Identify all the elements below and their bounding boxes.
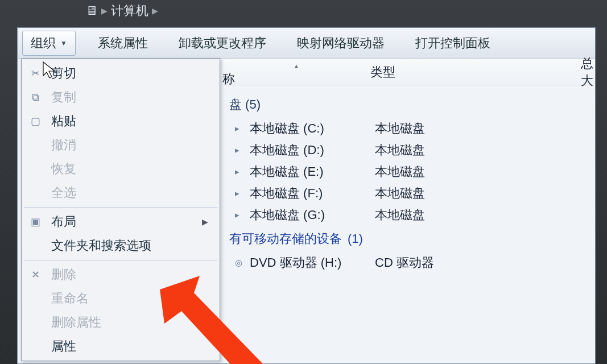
drive-name: 本地磁盘 (C:) xyxy=(250,120,375,137)
group-removable-count: (1) xyxy=(348,231,363,246)
drive-icon: ▸ xyxy=(235,145,245,155)
map-network-drive-button[interactable]: 映射网络驱动器 xyxy=(288,31,393,56)
delete-icon: ✕ xyxy=(27,268,43,281)
column-type[interactable]: 类型 xyxy=(370,64,530,81)
drive-icon: ▸ xyxy=(235,210,245,220)
menu-cut[interactable]: ✂ 剪切 xyxy=(23,61,218,85)
chevron-right-icon: ▶ xyxy=(152,6,158,15)
menu-undo[interactable]: 撤消 xyxy=(23,133,218,157)
computer-icon: 🖥 xyxy=(85,3,98,18)
column-name-label: 称 xyxy=(222,71,370,88)
explorer-window: 组织 ▼ 系统属性 卸载或更改程序 映射网络驱动器 打开控制面板 ✂ 剪切 ⧉ … xyxy=(17,27,596,364)
menu-layout[interactable]: ▣ 布局 ▶ xyxy=(23,210,218,234)
menu-cut-label: 剪切 xyxy=(51,65,76,82)
chevron-down-icon: ▼ xyxy=(60,39,67,47)
drive-name: 本地磁盘 (E:) xyxy=(250,163,375,180)
group-hard-disks-label: 盘 (5) xyxy=(229,96,261,113)
menu-select-all[interactable]: 全选 xyxy=(23,181,218,205)
menu-properties[interactable]: 属性 xyxy=(23,334,218,358)
menu-copy[interactable]: ⧉ 复制 xyxy=(23,85,218,109)
drive-icon: ▸ xyxy=(235,123,245,134)
menu-folderoptions-label: 文件夹和搜索选项 xyxy=(51,237,151,254)
menu-remove-properties[interactable]: 删除属性 xyxy=(23,311,218,334)
drive-icon: ▸ xyxy=(235,167,245,177)
column-name[interactable]: ▲ 称 xyxy=(222,57,370,88)
menu-selectall-label: 全选 xyxy=(51,184,76,201)
chevron-right-icon: ▶ xyxy=(202,217,208,226)
menu-separator xyxy=(24,207,217,208)
layout-icon: ▣ xyxy=(27,216,43,228)
drive-type: 本地磁盘 xyxy=(375,142,523,159)
menu-separator xyxy=(24,260,217,260)
uninstall-change-button[interactable]: 卸载或更改程序 xyxy=(170,31,275,56)
open-control-panel-button[interactable]: 打开控制面板 xyxy=(407,31,499,56)
menu-delete[interactable]: ✕ 删除 xyxy=(23,263,218,287)
menu-paste[interactable]: ▢ 粘贴 xyxy=(23,109,218,133)
drive-row[interactable]: ▸ 本地磁盘 (E:) 本地磁盘 xyxy=(225,161,595,183)
menu-rename-label: 重命名 xyxy=(51,290,89,307)
column-headers: ▲ 称 类型 总大 xyxy=(222,59,595,86)
menu-properties-label: 属性 xyxy=(51,338,76,355)
drive-row[interactable]: ▸ 本地磁盘 (G:) 本地磁盘 xyxy=(225,204,595,226)
drive-row[interactable]: ◎ DVD 驱动器 (H:) CD 驱动器 xyxy=(225,252,595,274)
drive-name: 本地磁盘 (F:) xyxy=(250,185,375,202)
drive-name: 本地磁盘 (D:) xyxy=(250,142,375,159)
scissors-icon: ✂ xyxy=(27,67,43,80)
content-area: 盘 (5) ▸ 本地磁盘 (C:) 本地磁盘 ▸ 本地磁盘 (D:) 本地磁盘 … xyxy=(222,86,595,363)
menu-rename[interactable]: 重命名 xyxy=(23,287,218,311)
menu-copy-label: 复制 xyxy=(51,89,76,106)
drive-type: 本地磁盘 xyxy=(375,120,523,137)
drive-type: 本地磁盘 xyxy=(375,185,523,202)
organize-button[interactable]: 组织 ▼ xyxy=(22,31,76,56)
group-removable-label: 有可移动存储的设备 xyxy=(229,230,342,247)
menu-redo-label: 恢复 xyxy=(51,160,76,177)
breadcrumb-location: 计算机 xyxy=(111,2,148,19)
organize-menu: ✂ 剪切 ⧉ 复制 ▢ 粘贴 撤消 恢复 全选 xyxy=(21,59,220,361)
menu-removeprops-label: 删除属性 xyxy=(51,314,101,331)
drive-icon: ▸ xyxy=(235,188,245,198)
drive-row[interactable]: ▸ 本地磁盘 (C:) 本地磁盘 xyxy=(225,118,595,139)
menu-undo-label: 撤消 xyxy=(51,136,76,154)
sort-asc-icon: ▲ xyxy=(222,63,370,69)
drive-row[interactable]: ▸ 本地磁盘 (D:) 本地磁盘 xyxy=(225,139,595,161)
menu-layout-label: 布局 xyxy=(51,213,76,230)
drive-type: 本地磁盘 xyxy=(375,206,523,224)
breadcrumb[interactable]: 🖥 ▶ 计算机 ▶ xyxy=(85,2,158,19)
drive-type: 本地磁盘 xyxy=(375,163,523,180)
menu-delete-label: 删除 xyxy=(51,266,76,283)
column-total-size[interactable]: 总大 xyxy=(530,55,595,89)
group-hard-disks[interactable]: 盘 (5) xyxy=(225,96,595,113)
menu-folder-search-options[interactable]: 文件夹和搜索选项 xyxy=(23,234,218,258)
menu-redo[interactable]: 恢复 xyxy=(23,157,218,181)
chevron-right-icon: ▶ xyxy=(101,6,108,15)
drive-type: CD 驱动器 xyxy=(375,254,523,271)
drive-name: DVD 驱动器 (H:) xyxy=(250,254,375,271)
menu-paste-label: 粘贴 xyxy=(51,113,76,130)
drive-name: 本地磁盘 (G:) xyxy=(250,206,375,224)
drive-row[interactable]: ▸ 本地磁盘 (F:) 本地磁盘 xyxy=(225,183,595,204)
group-removable[interactable]: 有可移动存储的设备 (1) xyxy=(225,230,595,247)
clipboard-icon: ▢ xyxy=(27,115,43,127)
toolbar: 组织 ▼ 系统属性 卸载或更改程序 映射网络驱动器 打开控制面板 xyxy=(18,28,595,59)
copy-icon: ⧉ xyxy=(27,92,43,104)
organize-label: 组织 xyxy=(31,35,56,52)
system-properties-button[interactable]: 系统属性 xyxy=(89,31,156,56)
optical-drive-icon: ◎ xyxy=(235,258,245,268)
